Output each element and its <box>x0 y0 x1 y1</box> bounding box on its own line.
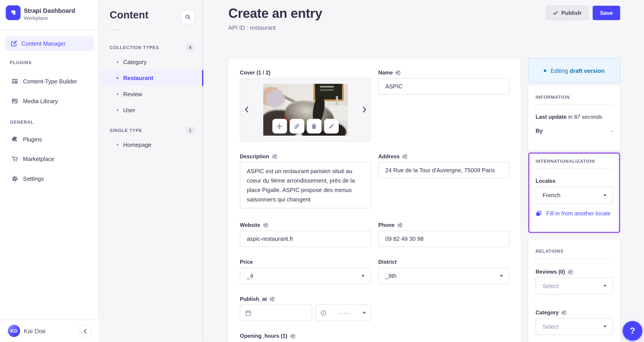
category-label: Category <box>536 309 613 315</box>
edit-asset-button[interactable] <box>324 119 339 134</box>
address-label: Address <box>378 153 509 159</box>
divider <box>536 104 613 105</box>
layout-icon <box>12 78 18 85</box>
bullet-icon <box>116 144 118 145</box>
phone-input[interactable] <box>378 230 509 247</box>
website-input[interactable] <box>240 230 371 247</box>
draft-status-banner: Editing draft version <box>528 58 620 83</box>
field-name: Name <box>378 70 509 141</box>
status-text: Editing draft version <box>550 67 604 74</box>
field-price: Price _4 <box>240 259 371 284</box>
globe-icon <box>397 222 403 228</box>
save-button[interactable]: Save <box>593 6 620 20</box>
carousel-next-button[interactable] <box>362 106 367 113</box>
price-label: Price <box>240 259 371 265</box>
chevron-down-icon <box>363 312 366 314</box>
brand: Strapi Dashboard Workplace <box>0 0 98 30</box>
sidebar-section-general: GENERAL <box>10 120 34 125</box>
collection-types-count-badge: 4 <box>186 44 194 51</box>
chevron-left-icon <box>84 329 86 334</box>
cart-icon <box>12 156 18 162</box>
subnav-title: Content <box>110 9 148 21</box>
help-button[interactable]: ? <box>623 321 642 341</box>
internationalization-header: INTERNATIONALIZATION <box>536 159 613 164</box>
chevron-down-icon <box>500 275 503 277</box>
phone-label: Phone <box>378 222 509 228</box>
description-label: Description <box>240 153 371 159</box>
add-asset-button[interactable] <box>272 119 287 134</box>
user-name: Kai Doe <box>24 327 46 334</box>
chevron-down-icon <box>361 275 365 277</box>
publish-at-label: Publish_at <box>240 296 371 302</box>
field-cover: Cover (1 / 2) <box>240 70 371 141</box>
fill-from-locale-link[interactable]: Fill in from another locale <box>544 209 613 218</box>
subnav-item-homepage[interactable]: Homepage <box>99 137 203 152</box>
page-title: Create an entry <box>228 6 322 21</box>
divider <box>536 259 613 259</box>
api-id-subtitle: API ID : restaurant <box>228 24 276 31</box>
field-publish-at: Publish_at --:-- <box>240 296 371 321</box>
calendar-icon <box>245 310 251 316</box>
globe-icon <box>568 269 573 275</box>
divider <box>110 30 120 30</box>
strapi-dashboard: Strapi Dashboard Workplace Content Manag… <box>0 0 644 342</box>
field-opening-hours: Opening_hours (1) <box>240 333 371 341</box>
subnav-item-restaurant[interactable]: Restaurant <box>99 70 203 86</box>
field-district: District _9th <box>378 259 509 284</box>
subnav-item-review[interactable]: Review <box>99 86 203 102</box>
subnav-item-category[interactable]: Category <box>99 54 203 70</box>
publish-at-date-input[interactable] <box>240 304 312 321</box>
name-input[interactable] <box>378 78 509 94</box>
entry-form-card: Cover (1 / 2) <box>228 58 521 342</box>
publish-at-time-select[interactable]: --:-- <box>316 304 371 321</box>
sidebar-item-content-type-builder[interactable]: Content-Type Builder <box>0 72 99 90</box>
reviews-label: Reviews (0) <box>536 269 613 275</box>
globe-icon <box>272 154 278 159</box>
link-icon <box>293 123 300 130</box>
field-address: Address <box>378 153 509 210</box>
collapse-sidebar-button[interactable] <box>79 325 91 337</box>
collection-types-header: COLLECTION TYPES 4 <box>99 44 203 51</box>
delete-asset-button[interactable] <box>306 119 321 134</box>
avatar[interactable]: KD <box>8 325 20 337</box>
globe-icon <box>270 296 275 302</box>
search-button[interactable] <box>181 10 195 24</box>
single-type-count-badge: 1 <box>186 127 194 134</box>
sidebar-item-plugins[interactable]: Plugins <box>0 130 99 148</box>
locales-select[interactable]: French <box>536 187 613 204</box>
internationalization-card: INTERNATIONALIZATION Locales French Fill… <box>528 152 620 233</box>
sidebar-item-marketplace[interactable]: Marketplace <box>0 150 99 168</box>
clock-icon <box>320 310 326 316</box>
field-phone: Phone <box>378 222 509 247</box>
plus-icon <box>276 123 283 130</box>
carousel-prev-button[interactable] <box>244 106 249 113</box>
district-select[interactable]: _9th <box>378 268 509 284</box>
relations-card: RELATIONS Reviews (0) Select Category Se… <box>528 240 620 342</box>
website-label: Website <box>240 222 371 228</box>
address-input[interactable] <box>378 162 509 178</box>
cover-carousel <box>240 78 371 141</box>
category-select[interactable]: Select <box>536 318 613 335</box>
globe-icon <box>402 154 408 159</box>
sidebar-item-media-library[interactable]: Media Library <box>0 92 99 110</box>
price-select[interactable]: _4 <box>240 268 371 284</box>
gear-icon <box>12 175 18 182</box>
divider <box>536 168 613 169</box>
sidebar-footer: KD Kai Doe <box>0 319 99 342</box>
sidebar-item-settings[interactable]: Settings <box>0 170 99 188</box>
app-sidebar: Strapi Dashboard Workplace Content Manag… <box>0 0 99 342</box>
reviews-select[interactable]: Select <box>536 277 613 294</box>
chevron-left-icon <box>244 106 248 112</box>
subnav-item-user[interactable]: User <box>99 102 203 118</box>
district-label: District <box>378 259 509 265</box>
copy-link-button[interactable] <box>290 119 304 134</box>
chevron-down-icon <box>603 325 607 327</box>
chevron-down-icon <box>603 285 607 287</box>
fill-from-locale[interactable]: Fill in from another locale <box>536 209 613 218</box>
brand-subtitle: Workplace <box>24 15 48 21</box>
publish-button[interactable]: Publish <box>545 6 588 20</box>
copy-icon <box>536 210 542 216</box>
sidebar-section-plugins: PLUGINS <box>10 60 32 65</box>
sidebar-item-content-manager[interactable]: Content Manager <box>5 36 94 51</box>
description-textarea[interactable]: ASPIC est un restaurant parisien situé a… <box>240 162 371 208</box>
